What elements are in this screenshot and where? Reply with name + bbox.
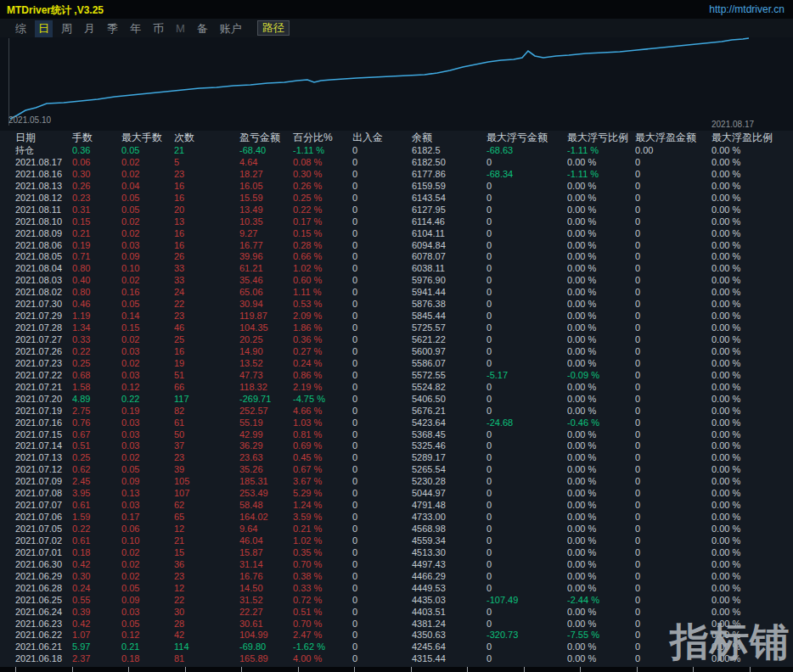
table-row[interactable]: 2021.07.083.950.13107253.495.29 %05044.9… (0, 488, 793, 500)
cell: 2021.07.02 (15, 535, 72, 547)
menu-item-年[interactable]: 年 (127, 20, 144, 37)
cell: 0.00 % (567, 440, 635, 452)
table-row[interactable]: 2021.07.050.220.06129.640.21 %04568.9800… (0, 524, 793, 535)
cell: 0.03 (121, 346, 174, 358)
table-row[interactable]: 2021.08.160.300.022318.270.30 %06177.86-… (0, 169, 793, 181)
table-row[interactable]: 2021.07.120.620.053935.260.67 %05265.540… (0, 464, 793, 476)
cell: 26 (174, 251, 239, 263)
cell: 2021.07.28 (15, 322, 72, 334)
cell: 0 (486, 440, 567, 452)
cell: 107 (174, 488, 239, 500)
table-row[interactable]: 2021.08.060.190.031616.770.28 %06094.840… (0, 240, 793, 252)
cell: 0 (486, 619, 567, 630)
menu-item-日[interactable]: 日 (35, 20, 53, 37)
table-row[interactable]: 2021.08.090.210.02169.270.15 %06104.1100… (0, 228, 793, 240)
cell: 0.25 % (293, 193, 352, 204)
table-row[interactable]: 2021.08.120.230.051615.590.25 %06143.540… (0, 193, 793, 204)
table-row[interactable]: 2021.07.260.220.031614.900.27 %05600.970… (0, 346, 793, 358)
cell: 0 (352, 287, 412, 299)
menu-item-综[interactable]: 综 (12, 20, 30, 37)
cell: 0 (486, 299, 567, 311)
table-row[interactable]: 2021.07.092.450.09105185.313.67 %05230.2… (0, 476, 793, 488)
table-row[interactable]: 2021.06.300.420.023631.140.70 %04497.430… (0, 559, 793, 571)
menu-item-账户[interactable]: 账户 (217, 20, 245, 37)
table-row[interactable]: 2021.07.270.330.022520.250.36 %05621.220… (0, 334, 793, 346)
table-row[interactable]: 2021.07.130.250.022323.630.45 %05289.170… (0, 452, 793, 464)
cell: 0 (352, 464, 412, 476)
cell: 0.42 (72, 559, 121, 571)
table-row[interactable]: 2021.07.211.580.1266118.322.19 %05524.82… (0, 382, 793, 394)
table-row[interactable]: 2021.07.070.610.036258.481.24 %04791.480… (0, 500, 793, 512)
cell: 5.29 % (293, 488, 352, 500)
cell: 4733.00 (412, 512, 486, 524)
cell: 13 (174, 216, 239, 228)
menu-item-备[interactable]: 备 (194, 20, 211, 37)
menu-item-周[interactable]: 周 (58, 20, 76, 37)
table-row[interactable]: 2021.08.110.310.052013.490.22 %06127.950… (0, 204, 793, 216)
cell: 0 (352, 440, 412, 452)
cell: 1.19 (72, 311, 121, 322)
cell: 0 (486, 394, 567, 406)
table-row[interactable]: 2021.06.290.300.022316.760.38 %04466.290… (0, 571, 793, 583)
cell: 0 (635, 488, 711, 500)
cell: 2021.07.23 (15, 358, 72, 370)
table-row[interactable]: 2021.08.040.800.103361.211.02 %06038.110… (0, 263, 793, 275)
table-row[interactable]: 2021.08.170.060.0254.640.08 %06182.5000.… (0, 157, 793, 169)
cell: 0 (352, 311, 412, 322)
cell: 12 (174, 524, 239, 535)
table-row[interactable]: 持仓0.360.0521-68.40-1.11 %06182.5-68.63-1… (0, 145, 793, 157)
table-row[interactable]: 2021.08.130.260.041616.050.26 %06159.590… (0, 181, 793, 193)
table-row[interactable]: 2021.07.160.760.036155.191.03 %05423.64-… (0, 417, 793, 429)
cell: 6038.11 (412, 263, 486, 275)
cell: 0.22 (72, 524, 121, 535)
menu-item-月[interactable]: 月 (81, 20, 98, 37)
table-row[interactable]: 2021.07.291.190.1423119.872.09 %05845.44… (0, 311, 793, 322)
cell: -1.11 % (293, 145, 352, 157)
table-row[interactable]: 2021.07.010.180.021515.870.35 %04513.300… (0, 547, 793, 559)
cell: 2021.07.22 (15, 370, 72, 382)
cell: 0.21 (121, 641, 174, 653)
table-row[interactable]: 2021.07.281.340.1546104.351.86 %05725.57… (0, 322, 793, 334)
cell: 0 (635, 169, 711, 181)
cell: 65 (174, 512, 239, 524)
cell: 0.02 (121, 571, 174, 583)
path-button[interactable]: 路径 (257, 20, 290, 36)
table-row[interactable]: 2021.07.230.250.021913.520.24 %05586.070… (0, 358, 793, 370)
cell: 0.00 % (567, 641, 635, 653)
cell: 2.75 (72, 406, 121, 417)
menu-item-币[interactable]: 币 (149, 20, 167, 37)
table-row[interactable]: 2021.08.050.710.092639.960.66 %06078.070… (0, 251, 793, 263)
menu-item-季[interactable]: 季 (104, 20, 121, 37)
website-link[interactable]: http://mtdriver.cn (709, 3, 785, 15)
table-row[interactable]: 2021.06.250.550.092231.520.72 %04435.03-… (0, 595, 793, 607)
cell: 0 (635, 193, 711, 204)
table-row[interactable]: 2021.07.150.670.035042.990.81 %05368.450… (0, 429, 793, 441)
cell: 24 (174, 287, 239, 299)
table-row[interactable]: 2021.08.020.800.162465.061.11 %05941.440… (0, 287, 793, 299)
table-row[interactable]: 2021.07.140.510.033736.290.69 %05325.460… (0, 440, 793, 452)
cell: 118.32 (239, 382, 293, 394)
menu-item-M[interactable]: M (172, 21, 188, 36)
cell: 0 (486, 641, 567, 653)
cell: 5368.45 (412, 429, 486, 441)
table-row[interactable]: 2021.07.020.610.102146.041.02 %04559.340… (0, 535, 793, 547)
table-row[interactable]: 2021.08.030.400.023335.460.60 %05976.900… (0, 275, 793, 287)
cell: 0 (486, 204, 567, 216)
equity-chart: 2021.05.10 2021.08.17 (0, 37, 793, 131)
table-row[interactable]: 2021.07.061.590.1765164.023.59 %04733.00… (0, 512, 793, 524)
table-row[interactable]: 2021.08.100.150.021310.350.17 %06114.460… (0, 216, 793, 228)
table-row[interactable]: 2021.06.280.240.051214.500.33 %04449.530… (0, 583, 793, 595)
cell: 0.00 % (711, 334, 793, 346)
daily-stats-table: 日期手数最大手数次数盈亏金额百分比%出入金余额最大浮亏金额最大浮亏比例最大浮盈金… (0, 131, 793, 667)
cell: 15.59 (239, 193, 293, 204)
cell: 0 (352, 382, 412, 394)
table-row[interactable]: 2021.07.300.460.052230.940.53 %05876.380… (0, 299, 793, 311)
bottom-tick (354, 667, 355, 672)
cell: 2021.08.03 (15, 275, 72, 287)
cell: 1.86 % (293, 322, 352, 334)
table-row[interactable]: 2021.07.192.750.1982252.574.66 %05676.21… (0, 406, 793, 417)
table-row[interactable]: 2021.07.204.890.22117-269.71-4.75 %05406… (0, 394, 793, 406)
table-row[interactable]: 2021.07.220.680.035147.730.86 %05572.55-… (0, 370, 793, 382)
cell: 0.00 % (567, 311, 635, 322)
cell: 0 (352, 653, 412, 665)
